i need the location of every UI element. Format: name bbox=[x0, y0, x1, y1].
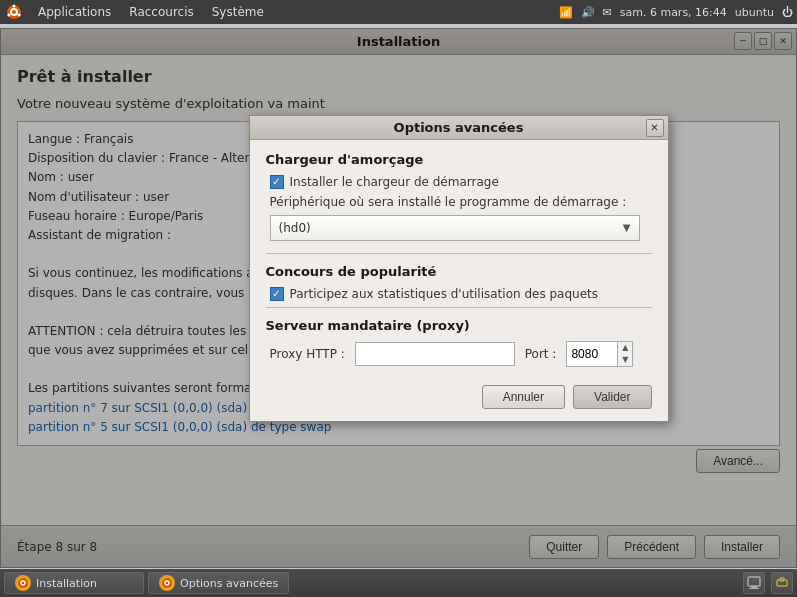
menubar-right: 📶 🔊 ✉ sam. 6 mars, 16:44 ubuntu ⏻ bbox=[559, 6, 793, 19]
popularity-section-title: Concours de popularité bbox=[266, 264, 652, 279]
menu-systeme[interactable]: Système bbox=[204, 3, 272, 21]
proxy-row: Proxy HTTP : Port : ▲ ▼ bbox=[270, 341, 652, 367]
popularity-label: Participez aux statistiques d'utilisatio… bbox=[290, 287, 599, 301]
port-input[interactable] bbox=[567, 342, 617, 366]
modal-overlay: Options avancées ✕ Chargeur d'amorçage ✓… bbox=[0, 28, 797, 568]
check-mark-2: ✓ bbox=[272, 288, 280, 299]
svg-point-4 bbox=[7, 14, 10, 17]
validate-button[interactable]: Valider bbox=[573, 385, 651, 409]
port-spinners: ▲ ▼ bbox=[617, 342, 632, 366]
taskbar-installation-icon bbox=[15, 575, 31, 591]
dialog-buttons: Annuler Valider bbox=[266, 381, 652, 409]
ubuntu-logo bbox=[4, 2, 24, 22]
taskbar-installation-button[interactable]: Installation bbox=[4, 572, 144, 594]
taskbar-options-icon bbox=[159, 575, 175, 591]
install-bootloader-checkbox[interactable]: ✓ bbox=[270, 175, 284, 189]
popularity-row: ✓ Participez aux statistiques d'utilisat… bbox=[270, 287, 652, 301]
port-down-button[interactable]: ▼ bbox=[618, 354, 632, 366]
taskbar-options-label: Options avancées bbox=[180, 577, 278, 590]
options-title: Options avancées bbox=[394, 120, 524, 135]
taskbar-icon-1[interactable] bbox=[743, 572, 765, 594]
svg-point-3 bbox=[18, 14, 21, 17]
power-icon: ⏻ bbox=[782, 6, 793, 19]
divider-1 bbox=[266, 253, 652, 254]
device-dropdown-row: (hd0) ▼ bbox=[270, 215, 652, 241]
cancel-button[interactable]: Annuler bbox=[482, 385, 565, 409]
proxy-input[interactable] bbox=[355, 342, 515, 366]
mail-icon: ✉ bbox=[603, 6, 612, 19]
taskbar-right bbox=[743, 572, 793, 594]
port-up-button[interactable]: ▲ bbox=[618, 342, 632, 354]
bootloader-section-title: Chargeur d'amorçage bbox=[266, 152, 652, 167]
svg-point-5 bbox=[18, 578, 28, 588]
dropdown-arrow-icon: ▼ bbox=[623, 222, 631, 233]
taskbar-icon-2[interactable] bbox=[771, 572, 793, 594]
device-dropdown-value: (hd0) bbox=[279, 221, 311, 235]
svg-rect-9 bbox=[748, 577, 760, 586]
device-sublabel: Périphérique où sera installé le program… bbox=[270, 195, 652, 209]
options-body: Chargeur d'amorçage ✓ Installer le charg… bbox=[250, 140, 668, 421]
volume-icon: 🔊 bbox=[581, 6, 595, 19]
check-mark: ✓ bbox=[272, 176, 280, 187]
network-icon: 📶 bbox=[559, 6, 573, 19]
svg-point-2 bbox=[13, 5, 16, 8]
options-titlebar: Options avancées ✕ bbox=[250, 116, 668, 140]
device-dropdown[interactable]: (hd0) ▼ bbox=[270, 215, 640, 241]
menu-applications[interactable]: Applications bbox=[30, 3, 119, 21]
port-field: ▲ ▼ bbox=[566, 341, 633, 367]
user-label: ubuntu bbox=[735, 6, 774, 19]
datetime: sam. 6 mars, 16:44 bbox=[620, 6, 727, 19]
proxy-http-label: Proxy HTTP : bbox=[270, 347, 345, 361]
taskbar-installation-label: Installation bbox=[36, 577, 97, 590]
port-label: Port : bbox=[525, 347, 557, 361]
svg-point-7 bbox=[162, 578, 172, 588]
menubar: Applications Raccourcis Système 📶 🔊 ✉ sa… bbox=[0, 0, 797, 24]
proxy-section-title: Serveur mandataire (proxy) bbox=[266, 318, 652, 333]
svg-rect-10 bbox=[751, 586, 757, 588]
install-bootloader-row: ✓ Installer le chargeur de démarrage bbox=[270, 175, 652, 189]
popularity-checkbox[interactable]: ✓ bbox=[270, 287, 284, 301]
options-dialog: Options avancées ✕ Chargeur d'amorçage ✓… bbox=[249, 115, 669, 422]
taskbar: Installation Options avancées bbox=[0, 569, 797, 597]
divider-2 bbox=[266, 307, 652, 308]
taskbar-options-button[interactable]: Options avancées bbox=[148, 572, 289, 594]
svg-rect-11 bbox=[749, 588, 759, 589]
menu-raccourcis[interactable]: Raccourcis bbox=[121, 3, 201, 21]
options-close-button[interactable]: ✕ bbox=[646, 119, 664, 137]
install-bootloader-label: Installer le chargeur de démarrage bbox=[290, 175, 499, 189]
